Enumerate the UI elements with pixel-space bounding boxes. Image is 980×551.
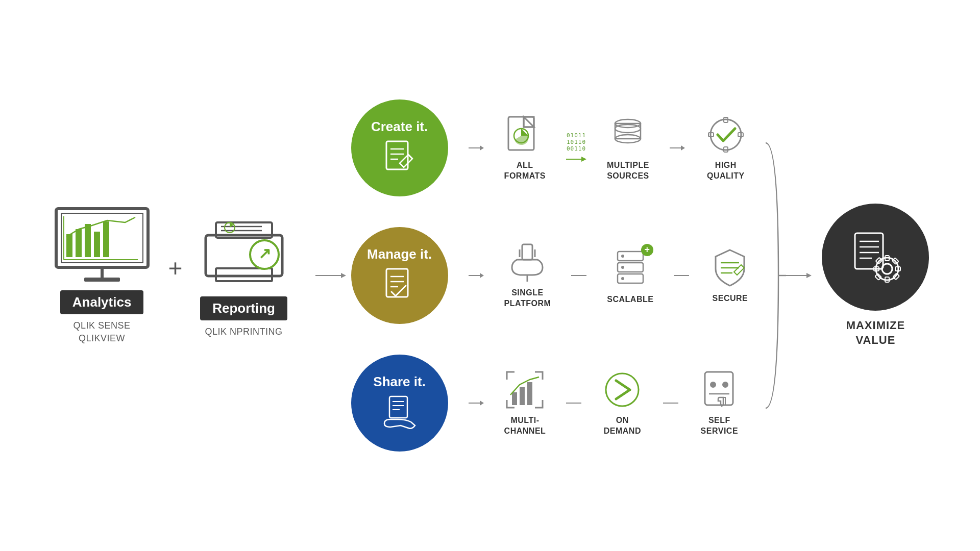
- scalable-label: SCALABLE: [607, 294, 653, 305]
- right-section: MAXIMIZE VALUE: [822, 204, 929, 347]
- maximize-label: MAXIMIZE VALUE: [846, 318, 905, 347]
- svg-rect-73: [520, 387, 525, 405]
- multi-channel-label: MULTI- CHANNEL: [504, 415, 546, 437]
- middle-section: Create it.: [351, 84, 751, 467]
- svg-point-79: [710, 382, 716, 388]
- svg-point-37: [615, 124, 641, 133]
- self-service-icon: [699, 369, 740, 410]
- reporting-label: Reporting: [200, 296, 287, 320]
- svg-marker-71: [480, 400, 484, 406]
- svg-marker-28: [480, 145, 484, 151]
- share-row: Share it.: [351, 339, 751, 467]
- svg-point-76: [606, 373, 639, 406]
- svg-rect-10: [84, 278, 120, 282]
- svg-text:↗: ↗: [258, 245, 271, 262]
- svg-rect-66: [389, 396, 407, 418]
- high-quality-icon: [705, 114, 746, 155]
- svg-rect-3: [76, 229, 82, 257]
- single-platform-item: SINGLE PLATFORM: [504, 242, 551, 309]
- main-container: Analytics QLIK SENSE QLIKVIEW +: [0, 0, 980, 551]
- single-platform-label: SINGLE PLATFORM: [504, 288, 551, 309]
- create-title: Create it.: [371, 119, 428, 135]
- share-title: Share it.: [373, 374, 426, 390]
- svg-marker-84: [806, 273, 812, 278]
- high-quality-label: HIGH QUALITY: [707, 160, 745, 182]
- demand-to-self-line: [663, 398, 678, 408]
- svg-marker-50: [480, 273, 484, 278]
- binary-data-connector: 010111011000110: [566, 132, 586, 164]
- monitor-icon: [51, 206, 153, 285]
- on-demand-item: ON DEMAND: [602, 369, 643, 437]
- maximize-circle: [822, 204, 929, 311]
- svg-rect-51: [522, 244, 532, 260]
- svg-rect-5: [94, 232, 100, 257]
- high-quality-item: HIGH QUALITY: [705, 114, 746, 182]
- self-service-item: SELF SERVICE: [699, 369, 740, 437]
- self-service-label: SELF SERVICE: [701, 415, 738, 437]
- svg-rect-4: [85, 224, 91, 257]
- analytics-label: Analytics: [60, 290, 144, 314]
- manage-title: Manage it.: [367, 246, 432, 262]
- manage-arrow1: [469, 270, 484, 281]
- svg-rect-22: [386, 141, 408, 169]
- multi-channel-item: MULTI- CHANNEL: [504, 369, 546, 437]
- create-circle: Create it.: [351, 99, 448, 196]
- svg-marker-39: [681, 145, 685, 151]
- bracket-to-maximize-arrow: [786, 270, 812, 281]
- svg-rect-72: [512, 392, 517, 405]
- multi-to-demand-line: [566, 398, 581, 408]
- manage-row: Manage it.: [351, 212, 751, 339]
- all-formats-label: ALL FORMATS: [504, 160, 546, 182]
- multiple-sources-item: MULTIPLE SOURCES: [607, 114, 649, 182]
- manage-circle: Manage it.: [351, 227, 448, 324]
- analytics-reporting-row: Analytics QLIK SENSE QLIKVIEW +: [51, 206, 290, 345]
- multiple-sources-label: MULTIPLE SOURCES: [607, 160, 649, 182]
- secure-label: SECURE: [713, 293, 748, 304]
- share-arrow1: [469, 398, 484, 408]
- printer-icon: ↗: [198, 212, 290, 291]
- left-section: Analytics QLIK SENSE QLIKVIEW +: [51, 206, 290, 345]
- middle-with-bracket: Create it.: [351, 84, 787, 467]
- reporting-block: ↗ Reporting QLIK NPRINTING: [198, 212, 290, 338]
- plus-sign: +: [168, 254, 183, 282]
- svg-rect-6: [103, 221, 109, 257]
- analytics-block: Analytics QLIK SENSE QLIKVIEW: [51, 206, 153, 345]
- svg-point-61: [621, 277, 624, 280]
- svg-point-91: [882, 264, 892, 274]
- svg-rect-1: [61, 213, 143, 263]
- multi-channel-icon: [504, 369, 545, 410]
- create-row: Create it.: [351, 84, 751, 212]
- svg-line-26: [408, 155, 412, 159]
- svg-rect-78: [705, 372, 733, 405]
- sources-to-quality-arrow: [670, 143, 685, 153]
- reporting-sub-label: QLIK NPRINTING: [205, 325, 283, 338]
- svg-point-80: [722, 382, 728, 388]
- secure-item: SECURE: [709, 247, 750, 304]
- scalable-item: + SCALABLE: [607, 246, 653, 305]
- on-demand-label: ON DEMAND: [604, 415, 641, 437]
- svg-rect-74: [527, 382, 532, 405]
- on-demand-icon: [602, 369, 643, 410]
- right-bracket: [761, 138, 786, 413]
- svg-point-60: [621, 266, 624, 269]
- svg-rect-2: [66, 234, 72, 257]
- scalable-to-secure-line: [674, 270, 689, 281]
- analytics-sub-label: QLIK SENSE QLIKVIEW: [74, 319, 131, 345]
- svg-point-59: [621, 255, 624, 258]
- left-arrow-connector: [315, 270, 346, 281]
- single-platform-icon: [507, 242, 548, 283]
- secure-icon: [709, 247, 750, 288]
- multiple-sources-icon: [607, 114, 648, 155]
- svg-marker-33: [581, 157, 586, 162]
- share-circle: Share it.: [351, 355, 448, 452]
- svg-rect-45: [386, 269, 408, 297]
- svg-marker-21: [341, 273, 346, 278]
- scalable-icon-wrapper: +: [610, 246, 651, 289]
- svg-point-40: [710, 119, 741, 150]
- create-arrow1: [469, 143, 484, 153]
- platform-to-scalable-line: [571, 270, 586, 281]
- all-formats-item: ALL FORMATS: [504, 114, 546, 182]
- all-formats-icon: [504, 114, 545, 155]
- scalable-plus: +: [641, 244, 653, 256]
- whole-layout: Analytics QLIK SENSE QLIKVIEW +: [51, 84, 929, 467]
